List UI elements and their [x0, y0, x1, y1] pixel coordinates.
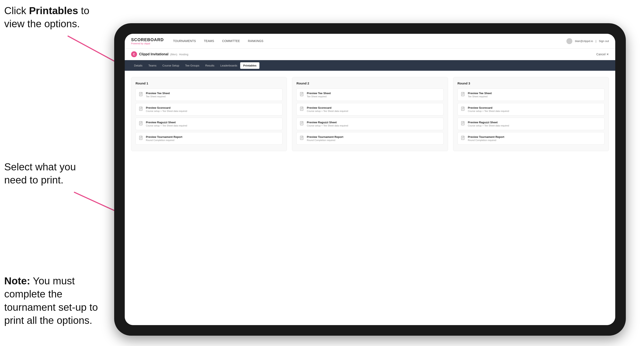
round-3-tournament-report[interactable]: Preview Tournament Report Round Completi…: [458, 132, 604, 145]
round-1-title: Round 1: [136, 81, 282, 85]
instruction-top: Click Printables toview the options.: [4, 4, 90, 31]
instruction-middle: Select what youneed to print.: [4, 161, 76, 187]
nav-tournaments[interactable]: TOURNAMENTS: [172, 38, 197, 45]
round-3-tee-sheet-subtitle: Tee Sheet required: [468, 95, 492, 98]
round-2-raguzzi[interactable]: Preview Raguzzi Sheet Course setup + Tee…: [296, 118, 443, 130]
user-avatar: [566, 38, 572, 44]
doc-icon-r3-1: [461, 92, 465, 97]
user-email: blair@clippd.io: [575, 39, 593, 43]
round-1-scorecard-text: Preview Scorecard Course setup + Tee She…: [146, 106, 187, 112]
round-1-report-subtitle: Round Completion required: [146, 139, 182, 142]
doc-icon-r2-4: [300, 136, 304, 141]
tournament-name: Clippd Invitational: [139, 52, 168, 56]
doc-icon-r2-1: [300, 92, 304, 97]
doc-icon-3: [139, 121, 143, 126]
tournament-status: Hosting: [179, 53, 188, 56]
round-1-raguzzi-subtitle: Course setup + Tee Sheet data required: [146, 124, 187, 127]
round-3-raguzzi-title: Preview Raguzzi Sheet: [468, 121, 509, 124]
round-2-tee-sheet[interactable]: Preview Tee Sheet Tee Sheet required: [296, 88, 443, 101]
round-2-title: Round 2: [296, 81, 443, 85]
round-3-raguzzi-text: Preview Raguzzi Sheet Course setup + Tee…: [468, 121, 509, 127]
round-3-scorecard-text: Preview Scorecard Course setup + Tee She…: [468, 106, 509, 112]
round-2-report-text: Preview Tournament Report Round Completi…: [307, 135, 343, 142]
round-1-scorecard-subtitle: Course setup + Tee Sheet data required: [146, 110, 187, 112]
doc-icon-r2-3: [300, 121, 304, 126]
round-2-raguzzi-title: Preview Raguzzi Sheet: [307, 121, 348, 124]
round-1-scorecard[interactable]: Preview Scorecard Course setup + Tee She…: [136, 103, 282, 116]
logo-title: SCOREBOARD: [131, 37, 164, 42]
doc-icon-r2-2: [300, 107, 304, 112]
doc-icon-r3-3: [461, 121, 465, 126]
round-2-raguzzi-subtitle: Course setup + Tee Sheet data required: [307, 124, 348, 127]
printables-bold: Printables: [29, 5, 78, 16]
round-2-tee-sheet-subtitle: Tee Sheet required: [307, 95, 331, 98]
round-2-scorecard[interactable]: Preview Scorecard Course setup + Tee She…: [296, 103, 443, 116]
tab-results[interactable]: Results: [202, 62, 217, 69]
main-nav: TOURNAMENTS TEAMS COMMITTEE RANKINGS: [172, 38, 566, 45]
logo-area: SCOREBOARD Powered by clippd: [131, 37, 164, 45]
round-1-report-text: Preview Tournament Report Round Completi…: [146, 135, 182, 142]
tournament-bar: C Clippd Invitational (Men) Hosting Canc…: [125, 48, 615, 60]
tab-tee-groups[interactable]: Tee Groups: [182, 62, 202, 69]
tab-leaderboards[interactable]: Leaderboards: [217, 62, 240, 69]
round-1-report-title: Preview Tournament Report: [146, 135, 182, 139]
sub-nav: Details Teams Course Setup Tee Groups Re…: [125, 60, 615, 71]
tournament-type: (Men): [170, 53, 178, 56]
tab-details[interactable]: Details: [131, 62, 146, 69]
round-3-raguzzi[interactable]: Preview Raguzzi Sheet Course setup + Tee…: [458, 118, 604, 130]
doc-icon-r3-4: [461, 136, 465, 141]
round-3-tee-sheet[interactable]: Preview Tee Sheet Tee Sheet required: [458, 88, 604, 101]
round-2-report-subtitle: Round Completion required: [307, 139, 343, 142]
round-3-report-subtitle: Round Completion required: [468, 139, 504, 142]
tab-teams[interactable]: Teams: [146, 62, 160, 69]
round-3-tee-sheet-title: Preview Tee Sheet: [468, 92, 492, 95]
nav-rankings[interactable]: RANKINGS: [247, 38, 264, 45]
rounds-container: Round 1 Preview Tee Sheet Tee Sheet requ…: [131, 77, 609, 151]
round-2-scorecard-text: Preview Scorecard Course setup + Tee She…: [307, 106, 348, 112]
round-1-tee-sheet-text: Preview Tee Sheet Tee Sheet required: [146, 92, 170, 98]
round-1-scorecard-title: Preview Scorecard: [146, 106, 187, 109]
tab-printables[interactable]: Printables: [240, 62, 260, 69]
tournament-icon: C: [131, 51, 137, 57]
round-1-raguzzi-title: Preview Raguzzi Sheet: [146, 121, 187, 124]
instruction-middle-text: Select what youneed to print.: [4, 161, 76, 185]
doc-icon-4: [139, 136, 143, 141]
round-2-scorecard-title: Preview Scorecard: [307, 106, 348, 109]
nav-teams[interactable]: TEAMS: [203, 38, 215, 45]
round-3-report-title: Preview Tournament Report: [468, 135, 504, 139]
round-3-report-text: Preview Tournament Report Round Completi…: [468, 135, 504, 142]
doc-icon: [139, 92, 143, 97]
tablet-screen: SCOREBOARD Powered by clippd TOURNAMENTS…: [125, 34, 615, 325]
nav-committee[interactable]: COMMITTEE: [221, 38, 241, 45]
round-2-tournament-report[interactable]: Preview Tournament Report Round Completi…: [296, 132, 443, 145]
round-1-tee-sheet[interactable]: Preview Tee Sheet Tee Sheet required: [136, 88, 282, 101]
nav-right: blair@clippd.io | Sign out: [566, 38, 609, 44]
round-1-raguzzi-text: Preview Raguzzi Sheet Course setup + Tee…: [146, 121, 187, 127]
separator: |: [596, 39, 596, 43]
round-2-report-title: Preview Tournament Report: [307, 135, 343, 139]
round-2-column: Round 2 Preview Tee Sheet Tee Sheet requ…: [292, 77, 448, 151]
top-nav: SCOREBOARD Powered by clippd TOURNAMENTS…: [125, 34, 615, 48]
round-3-tee-sheet-text: Preview Tee Sheet Tee Sheet required: [468, 92, 492, 98]
round-3-title: Round 3: [458, 81, 604, 85]
round-3-scorecard[interactable]: Preview Scorecard Course setup + Tee She…: [458, 103, 604, 116]
doc-icon-r3-2: [461, 107, 465, 112]
round-2-tee-sheet-title: Preview Tee Sheet: [307, 92, 331, 95]
sign-out-link[interactable]: Sign out: [599, 39, 609, 43]
instruction-top-text: Click Printables toview the options.: [4, 5, 90, 29]
round-2-tee-sheet-text: Preview Tee Sheet Tee Sheet required: [307, 92, 331, 98]
round-1-tournament-report[interactable]: Preview Tournament Report Round Completi…: [136, 132, 282, 145]
tablet-frame: SCOREBOARD Powered by clippd TOURNAMENTS…: [114, 23, 626, 336]
round-1-tee-sheet-title: Preview Tee Sheet: [146, 92, 170, 95]
round-1-raguzzi[interactable]: Preview Raguzzi Sheet Course setup + Tee…: [136, 118, 282, 130]
round-1-tee-sheet-subtitle: Tee Sheet required: [146, 95, 170, 98]
round-2-raguzzi-text: Preview Raguzzi Sheet Course setup + Tee…: [307, 121, 348, 127]
round-3-scorecard-title: Preview Scorecard: [468, 106, 509, 109]
instruction-bottom: Note: You must complete the tournament s…: [4, 274, 106, 327]
cancel-button[interactable]: Cancel ✕: [596, 53, 609, 56]
instruction-bottom-text: Note: You must complete the tournament s…: [4, 275, 98, 326]
round-3-column: Round 3 Preview Tee Sheet Tee Sheet requ…: [453, 77, 609, 151]
round-2-scorecard-subtitle: Course setup + Tee Sheet data required: [307, 110, 348, 112]
tab-course-setup[interactable]: Course Setup: [160, 62, 182, 69]
round-1-column: Round 1 Preview Tee Sheet Tee Sheet requ…: [131, 77, 287, 151]
